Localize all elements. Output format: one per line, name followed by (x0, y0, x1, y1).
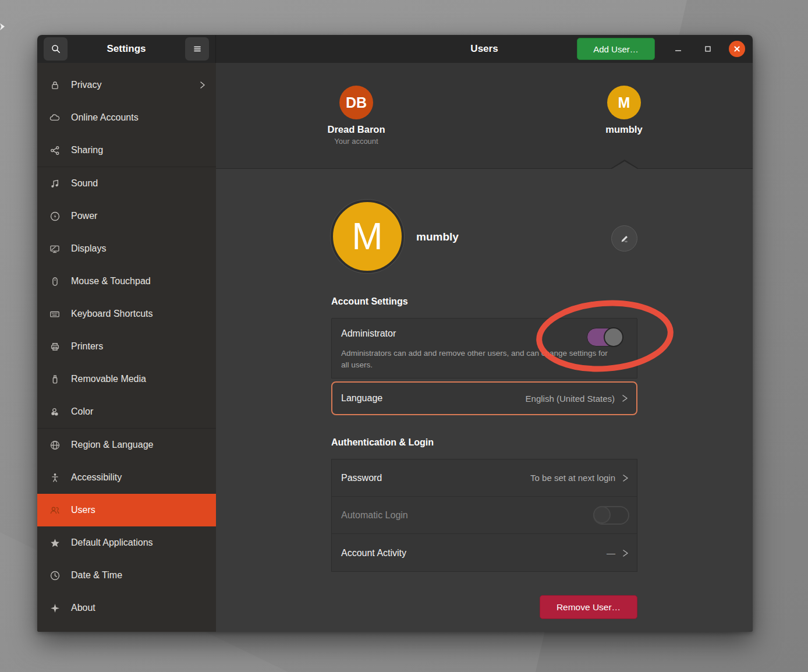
sidebar-item-users[interactable]: Users (37, 494, 216, 526)
sidebar-item-online-accounts[interactable]: Online Accounts (37, 101, 216, 134)
account-activity-value: — (607, 548, 615, 558)
profile-name: mumbly (416, 231, 459, 243)
toggle-knob (604, 327, 623, 347)
section-title-account-settings: Account Settings (331, 296, 408, 307)
toggle-knob (593, 506, 611, 524)
keyboard-icon (48, 309, 61, 320)
sidebar-item-label: Printers (71, 341, 207, 352)
window-body: Privacy Online Accounts Sharing Sound (37, 63, 753, 632)
sidebar-item-label: Sharing (71, 145, 207, 155)
administrator-toggle[interactable] (587, 328, 623, 346)
users-icon (48, 505, 61, 516)
user-chip-mumbly[interactable]: M mumbly (583, 86, 665, 135)
clock-icon (48, 570, 61, 581)
administrator-row: Administrator Administrators can add and… (331, 318, 637, 379)
users-panel: DB Dread Baron Your account M mumbly M m… (216, 63, 753, 632)
titlebar: Settings Users Add User… (37, 35, 753, 63)
administrator-label: Administrator (341, 328, 396, 339)
password-row[interactable]: Password To be set at next login (332, 459, 637, 497)
settings-window: Settings Users Add User… (37, 35, 753, 632)
authentication-box: Password To be set at next login Automat… (331, 459, 637, 572)
sidebar-item-displays[interactable]: Displays (37, 232, 216, 265)
sidebar-item-label: Date & Time (71, 570, 207, 581)
cursor-artifact (0, 23, 5, 30)
automatic-login-toggle[interactable] (593, 506, 629, 525)
power-icon (48, 211, 61, 222)
administrator-description: Administrators can add and remove other … (341, 348, 614, 371)
color-circles-icon (48, 406, 61, 418)
user-carousel: DB Dread Baron Your account M mumbly (216, 63, 753, 169)
sidebar-header: Settings (37, 35, 216, 63)
star-icon (48, 537, 61, 549)
minimize-button[interactable] (669, 40, 687, 58)
close-button[interactable] (729, 41, 745, 57)
account-activity-label: Account Activity (341, 548, 607, 558)
menu-button[interactable] (185, 37, 209, 61)
sidebar-item-date-time[interactable]: Date & Time (37, 559, 216, 592)
usb-drive-icon (48, 374, 61, 385)
sidebar-item-label: Displays (71, 243, 207, 254)
sidebar-item-mouse-touchpad[interactable]: Mouse & Touchpad (37, 265, 216, 298)
sidebar-item-printers[interactable]: Printers (37, 330, 216, 363)
search-icon (51, 44, 61, 54)
avatar: DB (339, 86, 373, 119)
share-icon (48, 145, 61, 156)
sidebar-item-label: Region & Language (71, 440, 207, 450)
sidebar-item-label: Default Applications (71, 537, 207, 548)
display-icon (48, 243, 61, 254)
search-button[interactable] (44, 37, 68, 61)
sidebar-item-label: About (71, 603, 207, 613)
close-icon (733, 45, 741, 53)
sidebar-item-removable-media[interactable]: Removable Media (37, 363, 216, 395)
sidebar-item-accessibility[interactable]: Accessibility (37, 461, 216, 494)
sidebar-item-sharing[interactable]: Sharing (37, 134, 216, 167)
user-detail-panel: M mumbly Account Settings Administrator … (216, 169, 753, 632)
remove-user-button[interactable]: Remove User… (540, 595, 637, 619)
automatic-login-label: Automatic Login (341, 510, 593, 521)
sidebar-item-label: Sound (71, 178, 207, 189)
globe-icon (48, 440, 61, 451)
maximize-button[interactable] (699, 40, 717, 58)
sidebar-item-label: Privacy (71, 80, 189, 90)
sidebar-item-label: Mouse & Touchpad (71, 276, 207, 287)
password-label: Password (341, 473, 530, 483)
chevron-right-icon (621, 393, 629, 404)
sidebar-item-label: Accessibility (71, 472, 207, 483)
sidebar-item-color[interactable]: Color (37, 395, 216, 428)
sidebar-item-about[interactable]: About (37, 592, 216, 624)
music-note-icon (48, 178, 61, 189)
user-chip-dread-baron[interactable]: DB Dread Baron Your account (316, 86, 397, 146)
password-value: To be set at next login (530, 473, 615, 483)
language-value: English (United States) (526, 394, 615, 404)
sidebar-item-label: Online Accounts (71, 112, 207, 123)
main-header: Users Add User… (216, 35, 753, 63)
add-user-button[interactable]: Add User… (577, 38, 655, 60)
app-title: Settings (68, 43, 185, 55)
account-activity-row[interactable]: Account Activity — (332, 534, 637, 572)
sidebar-item-privacy[interactable]: Privacy (37, 69, 216, 101)
chevron-right-icon (199, 80, 207, 90)
cloud-icon (48, 112, 61, 123)
sidebar-item-label: Power (71, 211, 207, 221)
language-label: Language (341, 393, 526, 404)
sidebar-item-power[interactable]: Power (37, 200, 216, 232)
edit-name-button[interactable] (611, 225, 637, 252)
sidebar-item-label: Color (71, 406, 207, 417)
sidebar-item-keyboard-shortcuts[interactable]: Keyboard Shortcuts (37, 298, 216, 330)
selected-user-notch (612, 161, 637, 169)
mouse-icon (48, 276, 61, 287)
sidebar-item-region-language[interactable]: Region & Language (37, 429, 216, 461)
printer-icon (48, 341, 61, 352)
avatar: M (607, 86, 641, 119)
profile-avatar[interactable]: M (331, 200, 404, 273)
sidebar: Privacy Online Accounts Sharing Sound (37, 63, 216, 632)
sparkle-icon (48, 603, 61, 614)
desktop: Settings Users Add User… (0, 0, 808, 672)
sidebar-item-label: Removable Media (71, 374, 207, 384)
sidebar-item-default-applications[interactable]: Default Applications (37, 526, 216, 559)
pencil-icon (619, 234, 630, 244)
language-row[interactable]: Language English (United States) (331, 381, 637, 415)
sidebar-item-sound[interactable]: Sound (37, 167, 216, 200)
section-title-authentication-login: Authentication & Login (331, 437, 434, 448)
sidebar-item-label: Keyboard Shortcuts (71, 309, 207, 319)
